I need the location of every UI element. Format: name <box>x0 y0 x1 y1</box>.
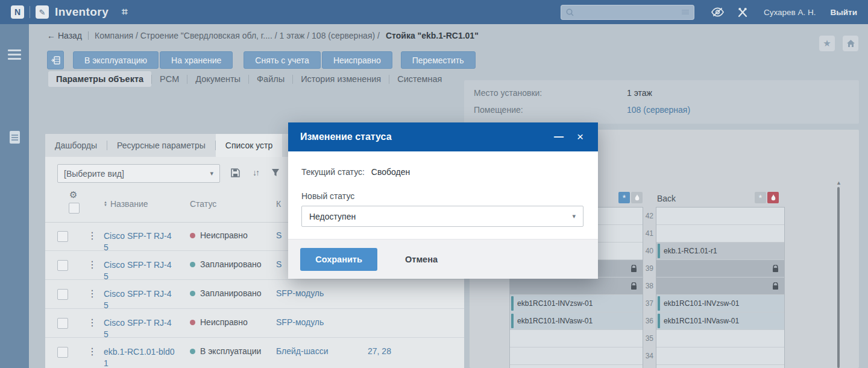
current-status-label: Текущий статус: <box>301 167 365 177</box>
new-status-value: Недоступен <box>309 212 356 221</box>
modal-title: Изменение статуса <box>300 132 392 142</box>
app-root: N ✎ Inventory ⌗ Сухарев А. Н. Выйти <box>0 0 868 368</box>
modal-body: Текущий статус: Свободен Новый статус Не… <box>288 151 598 227</box>
cancel-button[interactable]: Отмена <box>405 255 438 264</box>
change-status-modal: Изменение статуса — × Текущий статус: Св… <box>288 122 598 279</box>
new-status-select[interactable]: Недоступен ▾ <box>301 206 583 227</box>
new-status-label: Новый статус <box>301 191 585 201</box>
save-button[interactable]: Сохранить <box>300 248 377 271</box>
close-icon[interactable]: × <box>571 130 586 144</box>
modal-footer: Сохранить Отмена <box>288 239 598 279</box>
minimize-icon[interactable]: — <box>547 132 571 142</box>
modal-header: Изменение статуса — × <box>288 122 598 151</box>
current-status-value: Свободен <box>371 167 410 177</box>
chevron-down-icon: ▾ <box>572 212 576 220</box>
current-status-row: Текущий статус: Свободен <box>301 167 585 177</box>
